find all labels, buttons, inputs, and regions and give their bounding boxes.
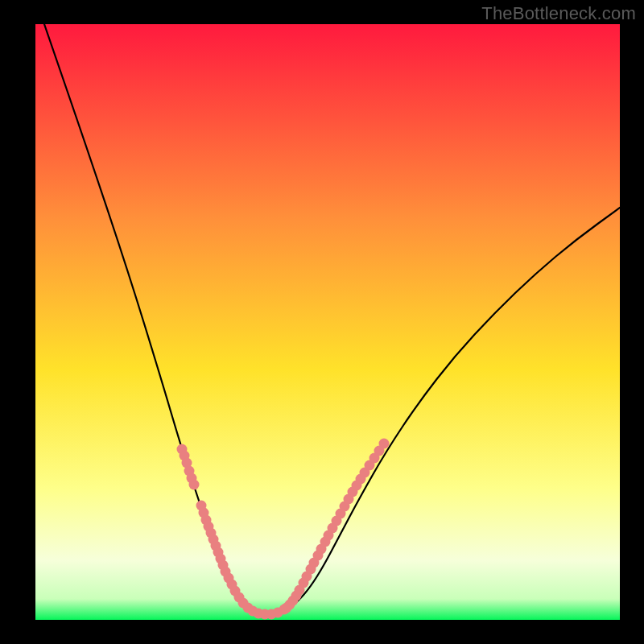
chart-frame: TheBottleneck.com	[0, 0, 644, 644]
watermark-text: TheBottleneck.com	[481, 3, 636, 24]
chart-svg	[0, 0, 644, 644]
data-dot	[379, 439, 390, 449]
data-dot	[189, 480, 200, 490]
